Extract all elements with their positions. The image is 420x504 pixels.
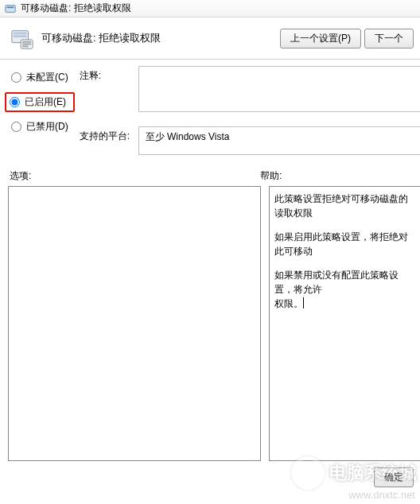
footer: 确定 — [0, 461, 420, 487]
help-text-1: 此策略设置拒绝对可移动磁盘的读取权限 — [274, 192, 415, 220]
next-setting-button[interactable]: 下一个 — [364, 29, 414, 48]
radio-disabled-input[interactable] — [11, 122, 21, 132]
app-icon — [5, 3, 16, 14]
options-label: 选项: — [10, 169, 260, 183]
radio-not-configured-label: 未配置(C) — [26, 71, 68, 84]
radio-enabled[interactable]: 已启用(E) — [5, 92, 75, 112]
svg-rect-6 — [22, 41, 31, 43]
radio-enabled-input[interactable] — [10, 97, 20, 107]
section-labels: 选项: 帮助: — [0, 155, 420, 186]
svg-rect-4 — [14, 35, 27, 37]
svg-rect-8 — [22, 45, 29, 47]
help-text-3: 如果禁用或没有配置此策略设置，将允许 权限。 — [274, 268, 415, 311]
radio-disabled[interactable]: 已禁用(D) — [10, 118, 70, 135]
svg-rect-3 — [14, 33, 27, 35]
nav-buttons: 上一个设置(P) 下一个 — [280, 29, 414, 48]
window-titlebar: 可移动磁盘: 拒绝读取权限 — [0, 0, 420, 17]
ok-button[interactable]: 确定 — [374, 467, 414, 487]
help-panel: 此策略设置拒绝对可移动磁盘的读取权限 如果启用此策略设置，将拒绝对此可移动 如果… — [269, 186, 420, 461]
comment-field-row: 注释: — [80, 66, 420, 112]
previous-setting-button[interactable]: 上一个设置(P) — [280, 29, 361, 48]
options-panel — [8, 186, 261, 461]
policy-icon — [10, 25, 35, 51]
help-text-2: 如果启用此策略设置，将拒绝对此可移动 — [274, 230, 415, 258]
header-title: 可移动磁盘: 拒绝读取权限 — [41, 31, 161, 45]
header: 可移动磁盘: 拒绝读取权限 上一个设置(P) 下一个 — [0, 17, 420, 57]
fields-column: 注释: 支持的平台: 至少 Windows Vista — [80, 66, 420, 155]
comment-textarea[interactable] — [138, 66, 420, 112]
watermark-sub: www.dnxtc.net — [348, 489, 415, 501]
svg-rect-7 — [22, 44, 31, 45]
state-radio-group: 未配置(C) 已启用(E) 已禁用(D) — [10, 66, 70, 155]
window-title: 可移动磁盘: 拒绝读取权限 — [21, 2, 131, 15]
comment-label: 注释: — [80, 66, 130, 83]
radio-disabled-label: 已禁用(D) — [26, 120, 68, 134]
platform-field-row: 支持的平台: 至少 Windows Vista — [80, 126, 420, 155]
platform-label: 支持的平台: — [80, 126, 130, 143]
config-area: 未配置(C) 已启用(E) 已禁用(D) 注释: 支持的平台: 至少 Windo… — [0, 60, 420, 155]
platform-value-box: 至少 Windows Vista — [138, 126, 420, 155]
help-text-3b: 权限。 — [274, 298, 304, 309]
panels: 此策略设置拒绝对可移动磁盘的读取权限 如果启用此策略设置，将拒绝对此可移动 如果… — [0, 186, 420, 461]
svg-rect-0 — [6, 5, 15, 12]
radio-not-configured-input[interactable] — [11, 72, 21, 83]
radio-not-configured[interactable]: 未配置(C) — [10, 69, 70, 86]
platform-value: 至少 Windows Vista — [146, 130, 230, 144]
help-label: 帮助: — [260, 169, 415, 183]
help-text-3a: 如果禁用或没有配置此策略设置，将允许 — [274, 269, 399, 295]
radio-enabled-label: 已启用(E) — [25, 95, 66, 109]
svg-rect-1 — [7, 6, 14, 8]
